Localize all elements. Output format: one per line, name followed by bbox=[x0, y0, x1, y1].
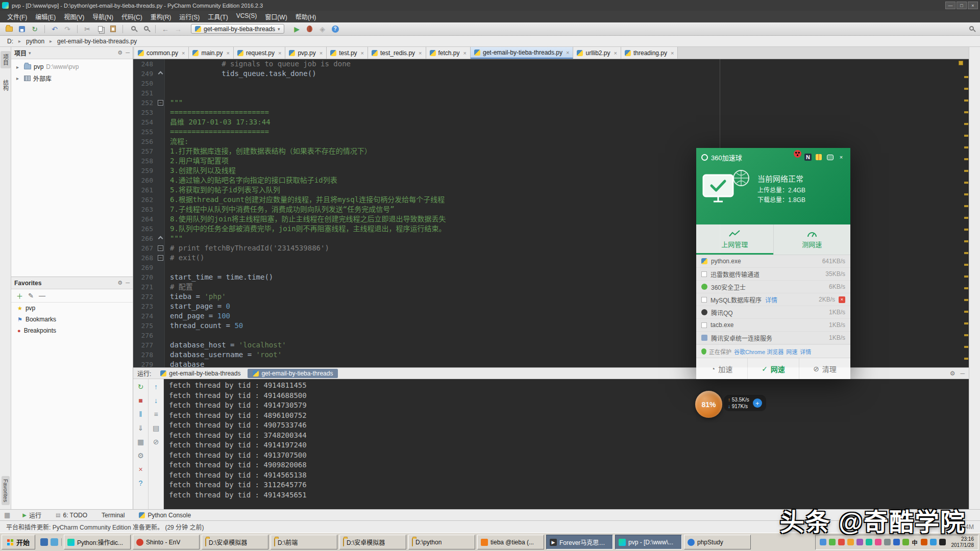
hide-panel-icon[interactable]: ─ bbox=[126, 49, 130, 56]
fold-marker-icon[interactable]: − bbox=[158, 255, 163, 261]
taskbar-button[interactable]: D:\前端 bbox=[271, 535, 337, 549]
redo-icon[interactable]: ↷ bbox=[62, 24, 72, 34]
editor-tab[interactable]: get-email-by-tieba-threads.py× bbox=[471, 47, 574, 59]
menu-item[interactable]: 帮助(H) bbox=[291, 11, 321, 22]
run-config-combo[interactable]: get-email-by-tieba-threads ▾ bbox=[191, 24, 284, 34]
chrome-link[interactable]: 谷歌Chrome 浏览器 bbox=[734, 347, 783, 356]
tray-icon[interactable] bbox=[893, 539, 900, 545]
taskbar-button[interactable]: D:\安卓模拟器 bbox=[202, 535, 268, 549]
speed-ball[interactable]: 81% bbox=[695, 391, 722, 418]
taskbar-button[interactable]: D:\python bbox=[408, 535, 475, 549]
pause-icon[interactable]: ‖ bbox=[136, 410, 145, 419]
stripe-button-favorites[interactable]: Favorites bbox=[2, 476, 10, 505]
close-tab-icon[interactable]: × bbox=[277, 50, 281, 56]
tray-icon[interactable] bbox=[847, 539, 854, 545]
restore-layout-icon[interactable]: ▦ bbox=[136, 437, 145, 446]
tool-window-switcher-icon[interactable]: ▦ bbox=[4, 511, 10, 519]
footer-button-加速[interactable]: ◔加速 bbox=[696, 358, 747, 379]
search-everywhere-icon[interactable] bbox=[966, 24, 976, 34]
tray-icon[interactable]: 中 bbox=[912, 539, 918, 545]
menu-item[interactable]: 重构(R) bbox=[146, 11, 176, 22]
menu-item[interactable]: 文件(F) bbox=[3, 11, 31, 22]
tab-speed-test[interactable]: 测网速 bbox=[773, 224, 851, 255]
tray-icon[interactable] bbox=[866, 539, 872, 545]
close-tab-icon[interactable]: × bbox=[181, 50, 185, 56]
close-tab-icon[interactable]: × bbox=[418, 50, 422, 56]
tool-window-button[interactable]: Terminal bbox=[100, 510, 127, 520]
tray-icon[interactable] bbox=[884, 539, 891, 545]
breadcrumb-item[interactable]: get-email-by-tieba-threads.py bbox=[55, 37, 139, 45]
taskbar-button[interactable]: D:\安卓模拟器 bbox=[339, 535, 406, 549]
menu-item[interactable]: 工具(T) bbox=[204, 11, 232, 22]
taskbar-button[interactable]: pvp - [D:\www\... bbox=[615, 535, 682, 549]
tree-node-pvp[interactable]: ▸ pvp D:\www\pvp bbox=[11, 61, 133, 72]
save-all-icon[interactable] bbox=[17, 24, 27, 34]
debug-icon[interactable] bbox=[305, 24, 315, 34]
stripe-button-1[interactable]: 结构 bbox=[1, 77, 11, 94]
close-panel-icon[interactable]: × bbox=[837, 153, 845, 161]
menu-item[interactable]: 导航(N) bbox=[88, 11, 117, 22]
breadcrumb-item[interactable]: python bbox=[24, 37, 46, 45]
taskbar-button[interactable]: tieba @tieba (... bbox=[477, 535, 544, 549]
add-icon[interactable]: ＋ bbox=[16, 291, 23, 300]
editor-tab[interactable]: pvp.py× bbox=[285, 47, 327, 59]
start-button[interactable]: 开始 bbox=[2, 535, 35, 549]
tray-icon[interactable] bbox=[820, 539, 826, 545]
menu-item[interactable]: 视图(V) bbox=[60, 11, 88, 22]
menu-item[interactable]: 窗口(W) bbox=[261, 11, 291, 22]
tray-icon[interactable] bbox=[875, 539, 881, 545]
jump-end-icon[interactable]: ≡ bbox=[152, 410, 161, 419]
soft-wrap-icon[interactable]: ▤ bbox=[152, 423, 161, 433]
menu-item[interactable]: VCS(S) bbox=[232, 11, 261, 22]
editor-tab[interactable]: request.py× bbox=[234, 47, 285, 59]
gear-icon[interactable]: ⚙ bbox=[950, 370, 955, 377]
breadcrumb-item[interactable]: D: bbox=[5, 37, 15, 45]
help-console-icon[interactable]: ? bbox=[136, 479, 145, 488]
maximize-button[interactable]: □ bbox=[957, 2, 967, 9]
run-tab[interactable]: get-email-by-tieba-threads bbox=[248, 369, 338, 378]
fold-marker-icon[interactable]: − bbox=[158, 100, 163, 106]
open-icon[interactable] bbox=[4, 24, 14, 34]
settings-icon[interactable]: ⚙ bbox=[136, 451, 145, 460]
show-desktop-icon[interactable] bbox=[40, 538, 48, 546]
favorites-panel-header[interactable]: Favorites ⚙ ─ bbox=[11, 277, 133, 289]
tray-icon[interactable] bbox=[902, 539, 909, 545]
detail-link[interactable]: 详情 bbox=[765, 295, 777, 304]
run-icon[interactable]: ▶ bbox=[292, 24, 302, 34]
coverage-icon[interactable]: ◈ bbox=[317, 24, 328, 34]
help-icon[interactable] bbox=[330, 24, 340, 34]
project-panel-header[interactable]: 项目 ▾ ⚙ ─ bbox=[11, 47, 133, 59]
editor-tab[interactable]: urllib2.py× bbox=[573, 47, 621, 59]
tray-icon[interactable] bbox=[829, 539, 836, 545]
fold-marker-icon[interactable]: − bbox=[158, 245, 163, 251]
plus-button[interactable]: + bbox=[753, 398, 762, 408]
replace-icon[interactable] bbox=[140, 24, 151, 34]
detail-link[interactable]: 详情 bbox=[800, 347, 811, 356]
gear-icon[interactable]: ⚙ bbox=[117, 49, 122, 56]
error-stripe[interactable] bbox=[964, 66, 968, 367]
editor-tab[interactable]: test_redis.py× bbox=[368, 47, 426, 59]
hide-panel-icon[interactable]: ─ bbox=[126, 280, 130, 286]
tool-window-button[interactable]: ▶运行 bbox=[20, 510, 43, 520]
close-console-icon[interactable]: × bbox=[136, 465, 145, 474]
stripe-button-0[interactable]: 项目 bbox=[1, 51, 11, 68]
gift-icon[interactable] bbox=[816, 154, 822, 160]
close-button[interactable]: × bbox=[968, 2, 978, 9]
run-tab[interactable]: get-email-by-tieba-threads bbox=[155, 369, 246, 378]
tray-icon[interactable] bbox=[939, 539, 946, 545]
message-icon[interactable] bbox=[827, 155, 834, 160]
edit-icon[interactable]: ✎ bbox=[28, 292, 34, 299]
remove-icon[interactable]: — bbox=[39, 292, 45, 299]
menu-item[interactable]: 代码(C) bbox=[117, 11, 146, 22]
checkbox-icon[interactable] bbox=[701, 297, 707, 303]
checkbox-icon[interactable] bbox=[701, 322, 707, 328]
editor-tab[interactable]: test.py× bbox=[327, 47, 368, 59]
rerun-icon[interactable]: ↻ bbox=[136, 382, 145, 391]
expand-arrow-icon[interactable]: ▸ bbox=[16, 76, 21, 81]
close-tab-icon[interactable]: × bbox=[360, 50, 364, 56]
cut-icon[interactable]: ✂ bbox=[82, 24, 92, 34]
tab-network-manage[interactable]: 上网管理 bbox=[696, 224, 773, 255]
tray-icon[interactable] bbox=[856, 539, 863, 545]
editor-tab[interactable]: common.py× bbox=[134, 47, 189, 59]
tree-node-external-libs[interactable]: ▸ 外部库 bbox=[11, 72, 133, 84]
